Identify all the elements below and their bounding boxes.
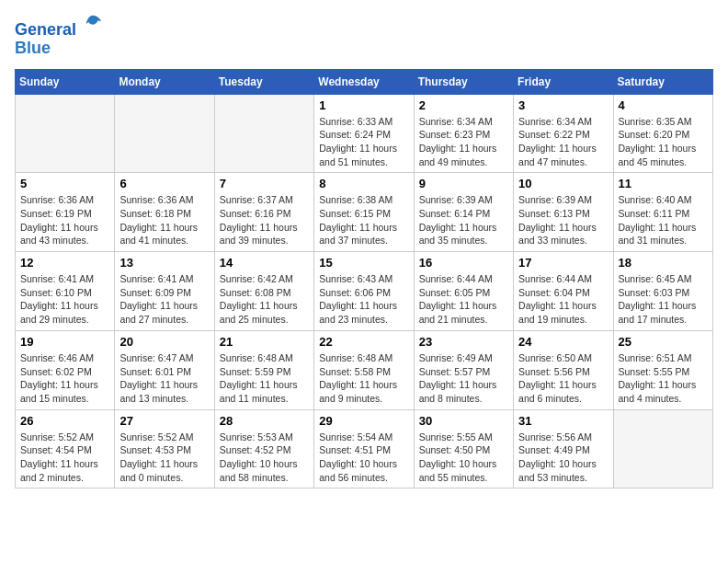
day-info: Sunrise: 6:34 AM Sunset: 6:22 PM Dayligh… — [518, 115, 608, 169]
calendar-cell: 16Sunrise: 6:44 AM Sunset: 6:05 PM Dayli… — [414, 252, 513, 331]
header-row: SundayMondayTuesdayWednesdayThursdayFrid… — [16, 69, 713, 94]
day-info: Sunrise: 6:47 AM Sunset: 6:01 PM Dayligh… — [119, 351, 209, 406]
day-info: Sunrise: 5:55 AM Sunset: 4:50 PM Dayligh… — [419, 431, 508, 485]
day-number: 24 — [518, 335, 608, 349]
calendar-cell: 29Sunrise: 5:54 AM Sunset: 4:51 PM Dayli… — [314, 409, 414, 488]
day-number: 3 — [518, 98, 608, 112]
day-number: 14 — [220, 256, 309, 270]
day-number: 5 — [20, 177, 109, 190]
day-number: 8 — [319, 177, 408, 190]
day-number: 29 — [319, 414, 408, 428]
calendar-week-row: 26Sunrise: 5:52 AM Sunset: 4:54 PM Dayli… — [16, 409, 713, 488]
page-header: General Blue — [15, 15, 713, 58]
day-info: Sunrise: 5:53 AM Sunset: 4:52 PM Dayligh… — [220, 431, 309, 485]
day-number: 9 — [419, 177, 508, 190]
day-number: 2 — [419, 98, 508, 112]
calendar-cell: 3Sunrise: 6:34 AM Sunset: 6:22 PM Daylig… — [514, 94, 613, 173]
day-info: Sunrise: 6:46 AM Sunset: 6:02 PM Dayligh… — [20, 351, 109, 406]
day-info: Sunrise: 6:51 AM Sunset: 5:55 PM Dayligh… — [619, 351, 708, 406]
day-number: 27 — [119, 414, 209, 428]
weekday-header: Tuesday — [214, 69, 313, 94]
calendar-table: SundayMondayTuesdayWednesdayThursdayFrid… — [15, 69, 713, 489]
day-info: Sunrise: 5:54 AM Sunset: 4:51 PM Dayligh… — [319, 431, 408, 485]
weekday-header: Monday — [115, 69, 214, 94]
day-number: 28 — [220, 414, 309, 428]
day-info: Sunrise: 6:41 AM Sunset: 6:09 PM Dayligh… — [119, 272, 209, 327]
day-info: Sunrise: 5:52 AM Sunset: 4:53 PM Dayligh… — [119, 431, 209, 485]
calendar-cell: 22Sunrise: 6:48 AM Sunset: 5:58 PM Dayli… — [314, 330, 414, 409]
day-number: 26 — [20, 414, 109, 428]
calendar-cell: 13Sunrise: 6:41 AM Sunset: 6:09 PM Dayli… — [115, 252, 214, 331]
day-info: Sunrise: 6:49 AM Sunset: 5:57 PM Dayligh… — [419, 351, 508, 406]
day-info: Sunrise: 6:39 AM Sunset: 6:13 PM Dayligh… — [518, 193, 608, 247]
day-info: Sunrise: 6:40 AM Sunset: 6:11 PM Dayligh… — [619, 193, 708, 247]
calendar-cell: 15Sunrise: 6:43 AM Sunset: 6:06 PM Dayli… — [314, 252, 414, 331]
calendar-cell: 1Sunrise: 6:33 AM Sunset: 6:24 PM Daylig… — [314, 94, 414, 173]
day-number: 21 — [220, 335, 309, 349]
day-info: Sunrise: 6:44 AM Sunset: 6:05 PM Dayligh… — [419, 272, 508, 327]
calendar-cell: 27Sunrise: 5:52 AM Sunset: 4:53 PM Dayli… — [115, 409, 214, 488]
day-info: Sunrise: 6:48 AM Sunset: 5:58 PM Dayligh… — [319, 351, 408, 406]
calendar-cell: 26Sunrise: 5:52 AM Sunset: 4:54 PM Dayli… — [16, 409, 115, 488]
day-info: Sunrise: 6:36 AM Sunset: 6:19 PM Dayligh… — [20, 193, 109, 247]
calendar-cell: 9Sunrise: 6:39 AM Sunset: 6:14 PM Daylig… — [414, 173, 513, 252]
day-info: Sunrise: 6:45 AM Sunset: 6:03 PM Dayligh… — [619, 272, 708, 327]
day-number: 16 — [419, 256, 508, 270]
calendar-cell: 19Sunrise: 6:46 AM Sunset: 6:02 PM Dayli… — [16, 330, 115, 409]
calendar-cell: 20Sunrise: 6:47 AM Sunset: 6:01 PM Dayli… — [115, 330, 214, 409]
calendar-cell: 4Sunrise: 6:35 AM Sunset: 6:20 PM Daylig… — [613, 94, 712, 173]
calendar-cell: 25Sunrise: 6:51 AM Sunset: 5:55 PM Dayli… — [613, 330, 712, 409]
day-number: 22 — [319, 335, 408, 349]
day-info: Sunrise: 6:34 AM Sunset: 6:23 PM Dayligh… — [419, 115, 508, 169]
day-number: 6 — [119, 177, 209, 190]
day-info: Sunrise: 6:33 AM Sunset: 6:24 PM Dayligh… — [319, 115, 408, 169]
calendar-cell: 6Sunrise: 6:36 AM Sunset: 6:18 PM Daylig… — [115, 173, 214, 252]
day-number: 30 — [419, 414, 508, 428]
calendar-cell: 14Sunrise: 6:42 AM Sunset: 6:08 PM Dayli… — [214, 252, 313, 331]
calendar-cell: 2Sunrise: 6:34 AM Sunset: 6:23 PM Daylig… — [414, 94, 513, 173]
day-number: 12 — [20, 256, 109, 270]
day-info: Sunrise: 6:36 AM Sunset: 6:18 PM Dayligh… — [119, 193, 209, 247]
logo-general: General — [15, 20, 76, 39]
day-number: 10 — [518, 177, 608, 190]
day-number: 18 — [619, 256, 708, 270]
day-number: 19 — [20, 335, 109, 349]
calendar-cell: 24Sunrise: 6:50 AM Sunset: 5:56 PM Dayli… — [514, 330, 613, 409]
day-number: 4 — [619, 98, 708, 112]
weekday-header: Thursday — [414, 69, 513, 94]
calendar-cell: 8Sunrise: 6:38 AM Sunset: 6:15 PM Daylig… — [314, 173, 414, 252]
day-info: Sunrise: 5:52 AM Sunset: 4:54 PM Dayligh… — [20, 431, 109, 485]
day-number: 17 — [518, 256, 608, 270]
weekday-header: Sunday — [16, 69, 115, 94]
day-number: 7 — [220, 177, 309, 190]
calendar-cell: 21Sunrise: 6:48 AM Sunset: 5:59 PM Dayli… — [214, 330, 313, 409]
calendar-cell — [613, 409, 712, 488]
day-number: 15 — [319, 256, 408, 270]
day-number: 23 — [419, 335, 508, 349]
calendar-cell: 12Sunrise: 6:41 AM Sunset: 6:10 PM Dayli… — [16, 252, 115, 331]
day-info: Sunrise: 6:41 AM Sunset: 6:10 PM Dayligh… — [20, 272, 109, 327]
calendar-cell: 18Sunrise: 6:45 AM Sunset: 6:03 PM Dayli… — [613, 252, 712, 331]
logo-blue: Blue — [15, 39, 51, 57]
calendar-cell: 5Sunrise: 6:36 AM Sunset: 6:19 PM Daylig… — [16, 173, 115, 252]
weekday-header: Friday — [514, 69, 613, 94]
calendar-cell: 10Sunrise: 6:39 AM Sunset: 6:13 PM Dayli… — [514, 173, 613, 252]
calendar-week-row: 12Sunrise: 6:41 AM Sunset: 6:10 PM Dayli… — [16, 252, 713, 331]
day-number: 20 — [119, 335, 209, 349]
day-info: Sunrise: 6:48 AM Sunset: 5:59 PM Dayligh… — [220, 351, 309, 406]
calendar-week-row: 19Sunrise: 6:46 AM Sunset: 6:02 PM Dayli… — [16, 330, 713, 409]
calendar-week-row: 5Sunrise: 6:36 AM Sunset: 6:19 PM Daylig… — [16, 173, 713, 252]
day-info: Sunrise: 5:56 AM Sunset: 4:49 PM Dayligh… — [518, 431, 608, 485]
logo-bird-icon — [83, 13, 103, 33]
weekday-header: Saturday — [613, 69, 712, 94]
day-number: 1 — [319, 98, 408, 112]
day-info: Sunrise: 6:37 AM Sunset: 6:16 PM Dayligh… — [220, 193, 309, 247]
day-number: 13 — [119, 256, 209, 270]
calendar-cell: 30Sunrise: 5:55 AM Sunset: 4:50 PM Dayli… — [414, 409, 513, 488]
day-info: Sunrise: 6:43 AM Sunset: 6:06 PM Dayligh… — [319, 272, 408, 327]
calendar-week-row: 1Sunrise: 6:33 AM Sunset: 6:24 PM Daylig… — [16, 94, 713, 173]
calendar-cell — [115, 94, 214, 173]
day-info: Sunrise: 6:44 AM Sunset: 6:04 PM Dayligh… — [518, 272, 608, 327]
day-number: 31 — [518, 414, 608, 428]
calendar-cell: 28Sunrise: 5:53 AM Sunset: 4:52 PM Dayli… — [214, 409, 313, 488]
